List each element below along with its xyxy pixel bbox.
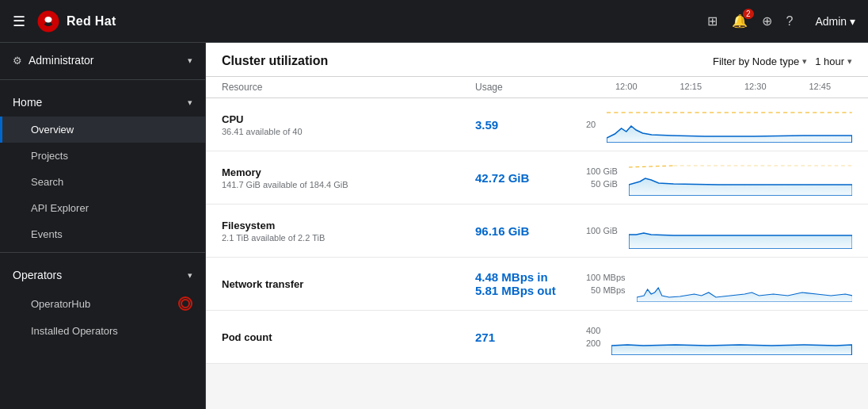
bell-badge: 2: [743, 9, 754, 19]
hamburger-menu[interactable]: ☰: [13, 13, 25, 30]
cog-icon: ⚙: [13, 55, 22, 67]
filesystem-chart-area: 100 GiB: [586, 212, 852, 249]
home-chevron: ▾: [188, 97, 192, 108]
cpu-scale: 20: [586, 118, 602, 132]
filesystem-usage: 96.16 GiB: [475, 224, 586, 238]
time-tick-1: 12:15: [680, 82, 702, 93]
time-tick-0: 12:00: [615, 82, 638, 93]
sidebar-item-operatorhub[interactable]: OperatorHub: [0, 289, 205, 318]
sidebar-item-events[interactable]: Events: [0, 221, 205, 247]
cluster-filters: Filter by Node type ▾ 1 hour ▾: [713, 55, 852, 67]
filter-node-type[interactable]: Filter by Node type ▾: [713, 55, 807, 67]
operators-chevron: ▾: [188, 270, 192, 281]
memory-info: Memory 141.7 GiB available of 184.4 GiB: [222, 166, 475, 189]
memory-name: Memory: [222, 166, 475, 178]
admin-section-header[interactable]: ⚙ Administrator ▾: [0, 43, 205, 75]
operators-label: Operators: [13, 269, 62, 281]
pods-chart-area: 400 200: [586, 319, 852, 355]
brand-name: Red Hat: [67, 14, 116, 29]
pods-scale: 400 200: [586, 324, 607, 350]
filesystem-scale: 100 GiB: [586, 224, 624, 238]
memory-chart: [629, 159, 852, 196]
filesystem-sub: 2.1 TiB available of 2.2 TiB: [222, 233, 475, 243]
pods-info: Pod count: [222, 331, 475, 343]
time-tick-3: 12:45: [809, 82, 831, 93]
memory-usage: 42.72 GiB: [475, 171, 586, 185]
network-usage: 4.48 MBps in 5.81 MBps out: [475, 270, 586, 297]
home-label: Home: [13, 96, 42, 109]
filter-time-label: 1 hour: [815, 55, 844, 67]
redhat-logo-icon: [36, 10, 60, 33]
cpu-info: CPU 36.41 available of 40: [222, 113, 475, 136]
svg-point-1: [45, 17, 52, 23]
metric-row-filesystem: Filesystem 2.1 TiB available of 2.2 TiB …: [206, 204, 868, 258]
network-info: Network transfer: [222, 278, 475, 290]
sidebar-item-api-explorer[interactable]: API Explorer: [0, 195, 205, 221]
filter-time[interactable]: 1 hour ▾: [815, 55, 852, 67]
bell-icon[interactable]: 🔔 2: [732, 13, 748, 29]
cpu-sub: 36.41 available of 40: [222, 127, 475, 136]
network-name: Network transfer: [222, 278, 475, 290]
top-navigation: ☰ Red Hat ⊞ 🔔 2 ⊕ ? Admin ▾: [0, 0, 868, 43]
pods-chart: [611, 319, 852, 355]
home-section-header[interactable]: Home ▾: [0, 85, 205, 117]
main-content: Cluster utilization Filter by Node type …: [206, 43, 868, 409]
cpu-usage: 3.59: [475, 118, 586, 132]
time-axis: 12:00 12:15 12:30 12:45: [586, 82, 852, 93]
metric-row-pods: Pod count 271 400 200: [206, 311, 868, 364]
network-usage-out: 5.81 MBps out: [475, 284, 586, 297]
sidebar: ⚙ Administrator ▾ Home ▾ Overview Projec…: [0, 43, 206, 409]
filesystem-name: Filesystem: [222, 220, 475, 231]
pods-name: Pod count: [222, 331, 475, 343]
col-resource: Resource: [222, 82, 475, 93]
network-chart: [637, 266, 852, 302]
col-usage: Usage: [475, 82, 586, 93]
filter-node-label: Filter by Node type: [713, 55, 799, 67]
cpu-name: CPU: [222, 113, 475, 125]
svg-point-2: [181, 300, 189, 308]
grid-icon[interactable]: ⊞: [707, 13, 718, 29]
metric-row-cpu: CPU 36.41 available of 40 3.59 20: [206, 98, 868, 151]
app-layout: ⚙ Administrator ▾ Home ▾ Overview Projec…: [0, 43, 868, 409]
admin-label: Administrator: [29, 54, 93, 67]
brand: Red Hat: [36, 10, 116, 33]
sidebar-item-overview[interactable]: Overview: [0, 117, 205, 143]
operatorhub-label: OperatorHub: [31, 298, 90, 310]
sidebar-item-search[interactable]: Search: [0, 169, 205, 195]
operatorhub-badge: [178, 296, 192, 311]
circle-badge-icon: [181, 299, 190, 308]
nav-icons: ⊞ 🔔 2 ⊕ ? Admin ▾: [707, 13, 855, 29]
svg-line-4: [629, 166, 673, 167]
sidebar-item-installed-operators[interactable]: Installed Operators: [0, 318, 205, 344]
cpu-chart-area: 20: [586, 106, 852, 143]
cpu-chart: [607, 106, 852, 143]
cluster-header: Cluster utilization Filter by Node type …: [206, 43, 868, 77]
admin-chevron: ▾: [188, 55, 192, 66]
network-scale: 100 MBps 50 MBps: [586, 271, 632, 297]
filter-time-chevron: ▾: [847, 56, 852, 67]
time-tick-2: 12:30: [744, 82, 767, 93]
cluster-title: Cluster utilization: [222, 54, 713, 68]
filter-node-chevron: ▾: [802, 56, 807, 67]
filesystem-info: Filesystem 2.1 TiB available of 2.2 TiB: [222, 220, 475, 243]
table-header: Resource Usage 12:00 12:15 12:30 12:45: [206, 77, 868, 98]
user-menu[interactable]: Admin ▾: [815, 15, 855, 28]
sidebar-item-projects[interactable]: Projects: [0, 143, 205, 169]
memory-sub: 141.7 GiB available of 184.4 GiB: [222, 180, 475, 189]
metric-row-network: Network transfer 4.48 MBps in 5.81 MBps …: [206, 258, 868, 311]
filesystem-chart: [629, 212, 852, 249]
network-usage-in: 4.48 MBps in: [475, 270, 586, 284]
network-chart-area: 100 MBps 50 MBps: [586, 266, 852, 302]
memory-chart-area: 100 GiB 50 GiB: [586, 159, 852, 196]
memory-scale: 100 GiB 50 GiB: [586, 165, 624, 191]
pods-usage: 271: [475, 331, 586, 344]
metric-row-memory: Memory 141.7 GiB available of 184.4 GiB …: [206, 151, 868, 204]
plus-icon[interactable]: ⊕: [762, 13, 772, 29]
help-icon[interactable]: ?: [786, 14, 794, 29]
operators-section-header[interactable]: Operators ▾: [0, 258, 205, 289]
